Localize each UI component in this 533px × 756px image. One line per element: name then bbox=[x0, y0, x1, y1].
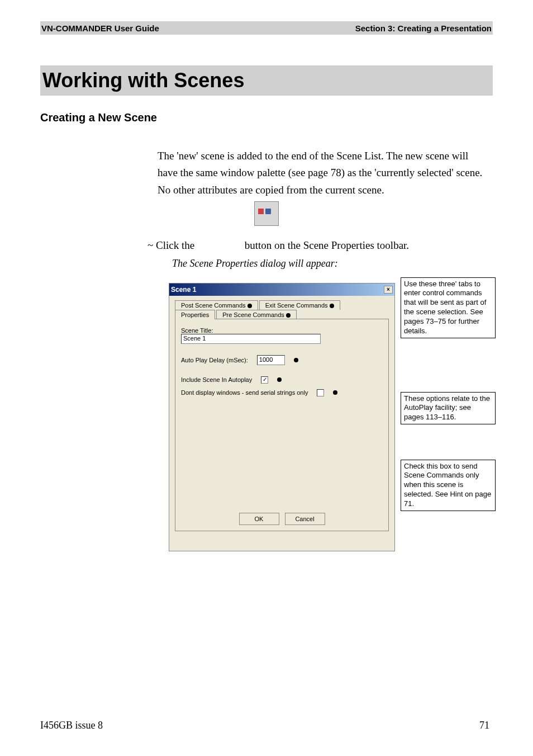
instruction-line: ~ Click the button on the Scene Properti… bbox=[158, 237, 488, 254]
tabs-row-2: Properties Pre Scene Commands bbox=[175, 310, 389, 319]
marker-dot-icon bbox=[277, 377, 282, 382]
scene-properties-dialog: Scene 1 × Post Scene Commands Exit Scene… bbox=[169, 283, 395, 551]
dialog-button-row: OK Cancel bbox=[239, 513, 325, 525]
tab-properties-body: Scene Title: Scene 1 Auto Play Delay (mS… bbox=[175, 319, 389, 531]
new-scene-toolbar-icon bbox=[254, 201, 279, 226]
dont-display-row: Dont display windows - send serial strin… bbox=[181, 389, 383, 396]
autoplay-delay-label: Auto Play Delay (mSec): bbox=[181, 357, 248, 363]
tab-pre-scene-commands[interactable]: Pre Scene Commands bbox=[216, 310, 297, 319]
sub-title: Creating a New Scene bbox=[40, 111, 533, 124]
marker-dot-icon bbox=[286, 313, 291, 318]
instruction-prefix: ~ Click the bbox=[147, 239, 194, 251]
page-header: VN-COMMANDER User Guide Section 3: Creat… bbox=[40, 21, 493, 35]
body-paragraph: The 'new' scene is added to the end of t… bbox=[158, 148, 488, 199]
autoplay-delay-input[interactable]: 1000 bbox=[257, 355, 285, 365]
marker-dot-icon bbox=[333, 390, 337, 395]
autoplay-delay-row: Auto Play Delay (mSec): 1000 bbox=[181, 355, 383, 365]
annotation-autoplay: These options relate to the AutoPlay fac… bbox=[401, 392, 496, 425]
annotation-checkbox: Check this box to send Scene Commands on… bbox=[401, 460, 496, 511]
footer-page-number: 71 bbox=[479, 720, 489, 731]
marker-dot-icon bbox=[294, 358, 298, 362]
close-button[interactable]: × bbox=[384, 286, 393, 294]
include-autoplay-label: Include Scene In Autoplay bbox=[181, 376, 252, 383]
scene-title-input[interactable]: Scene 1 bbox=[181, 334, 321, 344]
tabs-row-1: Post Scene Commands Exit Scene Commands bbox=[175, 300, 389, 310]
annotation-tabs: Use these three' tabs to enter control c… bbox=[401, 277, 496, 338]
toolbar-icon-wrapper bbox=[0, 201, 533, 226]
main-title: Working with Scenes bbox=[42, 69, 244, 92]
header-right-text: Section 3: Creating a Presentation bbox=[355, 23, 492, 33]
dialog-titlebar: Scene 1 × bbox=[169, 284, 394, 296]
cancel-button[interactable]: Cancel bbox=[285, 513, 325, 525]
main-title-bar: Working with Scenes bbox=[40, 65, 493, 96]
marker-dot-icon bbox=[330, 304, 334, 308]
include-autoplay-checkbox[interactable]: ✓ bbox=[261, 376, 268, 384]
dialog-area: Scene 1 × Post Scene Commands Exit Scene… bbox=[156, 275, 497, 566]
scene-title-label: Scene Title: bbox=[181, 327, 383, 334]
marker-dot-icon bbox=[248, 304, 252, 308]
dont-display-checkbox[interactable] bbox=[317, 389, 324, 396]
tab-post-scene-commands[interactable]: Post Scene Commands bbox=[175, 300, 258, 310]
dont-display-label: Dont display windows - send serial strin… bbox=[181, 389, 308, 396]
italic-caption: The Scene Properties dialog will appear: bbox=[172, 258, 488, 270]
footer-issue: I456GB issue 8 bbox=[40, 720, 103, 731]
page-footer: I456GB issue 8 71 bbox=[40, 720, 489, 731]
instruction-suffix: button on the Scene Properties toolbar. bbox=[245, 239, 409, 251]
header-left-text: VN-COMMANDER User Guide bbox=[41, 23, 159, 33]
ok-button[interactable]: OK bbox=[239, 513, 279, 525]
tab-properties[interactable]: Properties bbox=[175, 310, 215, 319]
include-autoplay-row: Include Scene In Autoplay ✓ bbox=[181, 376, 383, 384]
dialog-title: Scene 1 bbox=[171, 286, 196, 294]
tab-exit-scene-commands[interactable]: Exit Scene Commands bbox=[259, 300, 340, 310]
